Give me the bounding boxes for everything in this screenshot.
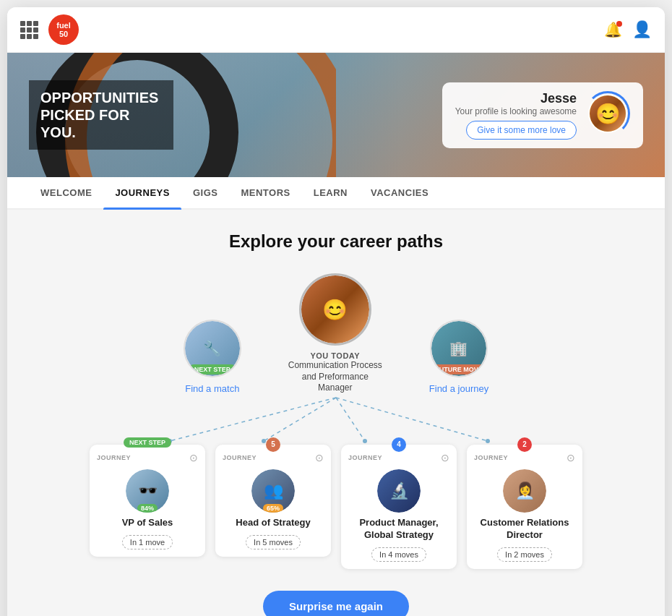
journey-card-vp-sales: NEXT STEP JOURNEY ⊙ 🕶️ 84% VP of Sales I… [90, 445, 205, 557]
bookmark-icon[interactable]: ⊙ [567, 452, 575, 463]
find-match-link[interactable]: Find a match [185, 383, 239, 394]
percent-badge: 65% [263, 504, 283, 513]
nav-learn[interactable]: LEARN [302, 177, 359, 208]
svg-line-0 [170, 398, 336, 441]
career-diagram: 🔧 NEXT STEP Find a match 😊 YOU TODAY Com… [22, 273, 650, 569]
main-content: Explore your career paths 🔧 NEXT STEP Fi… [7, 210, 665, 616]
you-today-role: Communication Process and Preformance Ma… [285, 360, 386, 394]
svg-point-7 [486, 439, 490, 443]
nav-bar: WELCOME JOURNEYS GIGS MENTORS LEARN VACA… [7, 177, 665, 210]
bookmark-icon[interactable]: ⊙ [315, 452, 324, 463]
top-bar: fuel 50 🔔 👤 [7, 7, 665, 53]
percent-badge: 84% [137, 504, 158, 513]
hero-avatar-wrap: 😊 [588, 94, 630, 136]
nav-vacancies[interactable]: VACANCIES [359, 177, 440, 208]
card-number-badge: 5 [266, 437, 280, 452]
surprise-button[interactable]: Surprise me again [263, 591, 409, 616]
section-title: Explore your career paths [22, 231, 650, 252]
card-header: JOURNEY ⊙ [97, 452, 198, 463]
card-title-vp: VP of Sales [97, 517, 198, 529]
top-row: 🔧 NEXT STEP Find a match 😊 YOU TODAY Com… [184, 273, 488, 394]
user-icon[interactable]: 👤 [632, 20, 652, 39]
moves-badge-vp: In 1 move [122, 535, 173, 549]
bookmark-icon[interactable]: ⊙ [441, 452, 449, 463]
logo[interactable]: fuel 50 [48, 14, 79, 45]
hero-user-name: Jesse [455, 91, 577, 106]
journey-label: JOURNEY [223, 454, 257, 461]
nav-journeys[interactable]: JOURNEYS [103, 177, 181, 208]
hero-cta-button[interactable]: Give it some more love [466, 121, 577, 140]
hero-user-card: Jesse Your profile is looking awesome Gi… [442, 82, 643, 148]
path-node-future-move: 🏢 FUTURE MOVE Find a journey [429, 320, 488, 394]
bookmark-icon[interactable]: ⊙ [189, 452, 198, 463]
grid-icon[interactable] [20, 21, 38, 39]
hero-title: OPPORTUNITIES PICKED FOR YOU. [40, 89, 162, 141]
node-circle-next-step[interactable]: 🔧 NEXT STEP [184, 320, 241, 377]
top-bar-left: fuel 50 [20, 14, 79, 45]
journey-card-cr: 2 JOURNEY ⊙ 👩‍💼 Customer Relations Direc… [467, 445, 582, 569]
svg-point-5 [262, 439, 266, 443]
card-title-cr: Customer Relations Director [474, 517, 575, 542]
card-image-head: 👥 65% [251, 469, 295, 513]
journey-card-head-strategy: 5 JOURNEY ⊙ 👥 65% Head of Strategy In 5 … [215, 445, 331, 557]
card-header: JOURNEY ⊙ [474, 452, 575, 463]
card-header: JOURNEY ⊙ [348, 452, 449, 463]
card-image-vp: 🕶️ 84% [126, 469, 169, 513]
cr-avatar: 👩‍💼 [503, 469, 546, 513]
nav-welcome[interactable]: WELCOME [29, 177, 103, 208]
you-today-image: 😊 [301, 275, 369, 343]
moves-badge-pm: In 4 moves [371, 547, 426, 562]
card-header: JOURNEY ⊙ [223, 452, 324, 463]
journey-label: JOURNEY [97, 454, 131, 461]
journey-label: JOURNEY [348, 454, 382, 461]
next-step-badge: NEXT STEP [189, 364, 236, 375]
card-image-pm: 🔬 [377, 469, 421, 513]
bottom-row: NEXT STEP JOURNEY ⊙ 🕶️ 84% VP of Sales I… [90, 445, 582, 569]
node-circle-you-today: 😊 [299, 273, 371, 346]
nav-gigs[interactable]: GIGS [181, 177, 230, 208]
moves-badge-cr: In 2 moves [497, 547, 552, 562]
pm-avatar: 🔬 [377, 469, 421, 513]
card-number-badge: 2 [517, 437, 532, 452]
card-next-step-badge: NEXT STEP [124, 437, 171, 448]
journey-label: JOURNEY [474, 454, 508, 461]
path-node-next-step: 🔧 NEXT STEP Find a match [184, 320, 241, 394]
hero-user-info: Jesse Your profile is looking awesome Gi… [455, 91, 577, 140]
find-journey-link[interactable]: Find a journey [429, 383, 488, 394]
path-node-you-today: 😊 YOU TODAY Communication Process and Pr… [285, 273, 386, 394]
card-image-cr: 👩‍💼 [503, 469, 546, 513]
hero-user-subtitle: Your profile is looking awesome [455, 106, 577, 116]
hero-banner: OPPORTUNITIES PICKED FOR YOU. Jesse Your… [7, 53, 665, 177]
bell-icon[interactable]: 🔔 [604, 21, 622, 38]
future-move-badge: FUTURE MOVE [430, 364, 488, 375]
moves-badge-head: In 5 moves [246, 535, 301, 549]
app-window: fuel 50 🔔 👤 OPPORTUNITIES PICKED FOR YOU… [7, 7, 665, 616]
hero-text-box: OPPORTUNITIES PICKED FOR YOU. [29, 80, 173, 150]
card-number-badge: 4 [392, 437, 406, 452]
node-circle-future-move[interactable]: 🏢 FUTURE MOVE [430, 320, 488, 377]
svg-line-2 [336, 398, 365, 441]
svg-line-1 [264, 398, 336, 441]
you-today-title: YOU TODAY [285, 351, 386, 360]
card-title-head: Head of Strategy [223, 517, 324, 529]
notification-dot [616, 21, 622, 27]
card-title-pm: Product Manager, Global Strategy [348, 517, 449, 542]
nav-mentors[interactable]: MENTORS [229, 177, 301, 208]
connecting-lines [112, 394, 560, 445]
avatar-ring [585, 91, 630, 136]
svg-line-3 [336, 398, 488, 441]
journey-card-pm: 4 JOURNEY ⊙ 🔬 Product Manager, Global St… [341, 445, 457, 569]
svg-point-6 [363, 439, 367, 443]
you-today-label: YOU TODAY Communication Process and Pref… [285, 351, 386, 394]
top-bar-right: 🔔 👤 [604, 20, 652, 39]
